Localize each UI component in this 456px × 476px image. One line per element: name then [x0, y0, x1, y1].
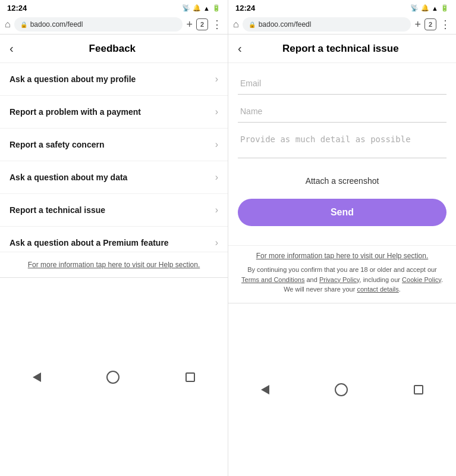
vibrate-icon: 🔔 — [193, 4, 201, 12]
contact-link[interactable]: contact details — [357, 286, 398, 293]
menu-item-label-technical: Report a technical issue — [10, 205, 105, 215]
menu-item-profile[interactable]: Ask a question about my profile › — [0, 63, 228, 96]
menu-item-safety[interactable]: Report a safety concern › — [0, 129, 228, 161]
status-icons-left: 📡 🔔 ▲ 🔋 — [182, 4, 221, 12]
app-header-left: ‹ Feedback — [0, 35, 228, 63]
add-tab-icon-right[interactable]: + — [414, 18, 421, 31]
form-container: Attach a screenshot Send — [228, 63, 456, 245]
status-icons-right: 📡 🔔 ▲ 🔋 — [410, 4, 449, 12]
back-nav-icon-left[interactable] — [33, 372, 41, 382]
menu-item-technical[interactable]: Report a technical issue › — [0, 194, 228, 227]
recent-nav-icon-right[interactable] — [414, 385, 423, 394]
menu-item-label-payment: Report a problem with a payment — [10, 107, 141, 117]
cast-icon-right: 📡 — [410, 4, 419, 12]
legal-text: By continuing you confirm that you are 1… — [238, 265, 446, 295]
legal-intro: By continuing you confirm that you are 1… — [247, 266, 437, 273]
legal-mid: , including our — [360, 276, 402, 283]
left-phone: 12:24 📡 🔔 ▲ 🔋 ⌂ 🔒 badoo.com/feedl + 2 ⋮ … — [0, 0, 228, 476]
menu-icon-right[interactable]: ⋮ — [440, 18, 451, 31]
attach-screenshot-button[interactable]: Attach a screenshot — [238, 170, 446, 192]
battery-icon-right: 🔋 — [441, 4, 449, 12]
home-icon-left[interactable]: ⌂ — [5, 19, 11, 30]
home-nav-icon-right[interactable] — [335, 383, 348, 396]
nav-bar-right — [228, 303, 456, 476]
help-link-right[interactable]: For more information tap here to visit o… — [238, 252, 446, 260]
menu-icon-left[interactable]: ⋮ — [212, 18, 223, 31]
chevron-right-technical: › — [215, 205, 218, 215]
help-link-left[interactable]: For more information tap here to visit o… — [10, 261, 218, 269]
menu-item-label-profile: Ask a question about my profile — [10, 74, 136, 84]
detail-field[interactable] — [238, 129, 446, 158]
right-footer: For more information tap here to visit o… — [228, 245, 456, 303]
chevron-right-premium: › — [215, 237, 218, 248]
tab-count-left[interactable]: 2 — [196, 18, 208, 30]
send-button[interactable]: Send — [238, 199, 446, 226]
lock-icon-right: 🔒 — [249, 21, 256, 28]
url-text-left: badoo.com/feedl — [30, 20, 83, 29]
browser-bar-left: ⌂ 🔒 badoo.com/feedl + 2 ⋮ — [0, 15, 228, 35]
terms-link[interactable]: Terms and Conditions — [241, 276, 304, 283]
chevron-right-safety: › — [215, 139, 218, 150]
menu-item-label-data: Ask a question about my data — [10, 173, 127, 182]
menu-item-label-safety: Report a safety concern — [10, 140, 105, 149]
battery-icon: 🔋 — [212, 4, 221, 12]
cast-icon: 📡 — [182, 4, 190, 12]
lock-icon-left: 🔒 — [20, 21, 27, 28]
wifi-icon: ▲ — [203, 5, 210, 12]
url-bar-right[interactable]: 🔒 badoo.com/feedl — [243, 17, 411, 32]
home-icon-right[interactable]: ⌂ — [233, 19, 239, 30]
menu-list: Ask a question about my profile › Report… — [0, 63, 228, 252]
left-footer: For more information tap here to visit o… — [0, 252, 228, 277]
url-text-right: badoo.com/feedl — [259, 20, 312, 29]
tab-count-right[interactable]: 2 — [424, 18, 436, 30]
legal-and: and — [304, 276, 319, 283]
back-button-right[interactable]: ‹ — [238, 42, 242, 55]
status-bar-right: 12:24 📡 🔔 ▲ 🔋 — [228, 0, 456, 15]
menu-item-payment[interactable]: Report a problem with a payment › — [0, 96, 228, 129]
status-time-right: 12:24 — [235, 4, 255, 12]
chevron-right-profile: › — [215, 74, 218, 84]
home-nav-icon-left[interactable] — [106, 371, 119, 384]
vibrate-icon-right: 🔔 — [421, 4, 429, 12]
back-nav-icon-right[interactable] — [261, 385, 269, 394]
status-time-left: 12:24 — [7, 4, 27, 12]
legal-final: . — [399, 286, 401, 293]
recent-nav-icon-left[interactable] — [185, 372, 195, 382]
browser-bar-right: ⌂ 🔒 badoo.com/feedl + 2 ⋮ — [228, 15, 456, 35]
menu-item-premium[interactable]: Ask a question about a Premium feature › — [0, 227, 228, 252]
status-bar-left: 12:24 📡 🔔 ▲ 🔋 — [0, 0, 228, 15]
url-bar-left[interactable]: 🔒 badoo.com/feedl — [14, 17, 183, 32]
chevron-right-data: › — [215, 172, 218, 183]
menu-item-data[interactable]: Ask a question about my data › — [0, 161, 228, 194]
add-tab-icon-left[interactable]: + — [186, 18, 193, 31]
wifi-icon-right: ▲ — [432, 5, 438, 12]
page-title-left: Feedback — [21, 43, 204, 55]
back-button-left[interactable]: ‹ — [10, 42, 14, 55]
cookie-link[interactable]: Cookie Policy — [402, 276, 441, 283]
right-phone: 12:24 📡 🔔 ▲ 🔋 ⌂ 🔒 badoo.com/feedl + 2 ⋮ … — [228, 0, 456, 476]
app-header-right: ‹ Report a technical issue — [228, 35, 456, 63]
nav-bar-left — [0, 277, 228, 476]
chevron-right-payment: › — [215, 107, 218, 117]
email-field[interactable] — [238, 73, 446, 95]
name-field[interactable] — [238, 101, 446, 123]
menu-item-label-premium: Ask a question about a Premium feature — [10, 238, 169, 248]
privacy-link[interactable]: Privacy Policy — [319, 276, 360, 283]
page-title-right: Report a technical issue — [249, 43, 432, 55]
